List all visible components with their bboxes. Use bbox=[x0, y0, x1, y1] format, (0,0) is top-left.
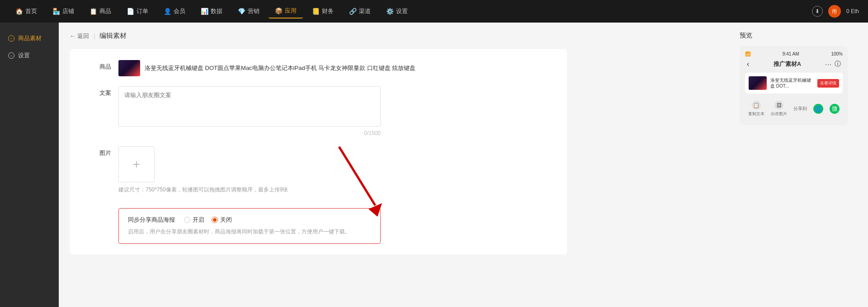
nav-marketing[interactable]: 💎 营销 bbox=[231, 5, 266, 18]
nav-right: ⬇ 用 0 Eth bbox=[812, 5, 859, 18]
top-nav: 🏠 首页 🏪 店铺 📋 商品 📄 订单 👤 会员 📊 数据 💎 营销 📦 bbox=[0, 0, 868, 23]
phone-info-icon[interactable]: ⓘ bbox=[835, 60, 841, 68]
poster-content: 同步分享商品海报 开启 关闭 bbox=[118, 204, 552, 244]
settings-sidebar-icon: ○ bbox=[8, 52, 14, 59]
phone-action-share: 分享到 bbox=[793, 106, 807, 112]
radio-open-circle bbox=[184, 217, 190, 223]
preview-title: 预览 bbox=[740, 32, 861, 40]
radio-close[interactable]: 关闭 bbox=[212, 216, 232, 224]
image-upload-button[interactable]: + bbox=[118, 146, 155, 182]
member-icon: 👤 bbox=[164, 8, 171, 15]
settings-nav-icon: ⚙️ bbox=[386, 8, 394, 15]
phone-signal: 📶 bbox=[745, 51, 750, 56]
share-label: 分享到 bbox=[793, 106, 807, 112]
phone-action-wechat[interactable]: 🌀 bbox=[813, 104, 823, 114]
home-icon: 🏠 bbox=[15, 8, 23, 15]
goods-icon: 📋 bbox=[90, 8, 97, 15]
phone-back-icon[interactable]: ‹ bbox=[747, 60, 749, 68]
nav-data[interactable]: 📊 数据 bbox=[194, 5, 229, 18]
nav-finance[interactable]: 📒 财务 bbox=[306, 5, 340, 18]
plus-icon: + bbox=[133, 157, 140, 172]
phone-battery: 100% bbox=[831, 51, 843, 56]
nav-goods[interactable]: 📋 商品 bbox=[83, 5, 118, 18]
poster-label: 同步分享商品海报 bbox=[128, 216, 175, 224]
finance-icon: 📒 bbox=[312, 8, 320, 15]
nav-app[interactable]: 📦 应用 bbox=[269, 4, 303, 19]
phone-menu-dots[interactable]: ··· bbox=[825, 60, 832, 68]
content-area: ← 返回 | 编辑素材 商品 洛斐无线蓝牙机械键盘 DOT圆点苹果Mac电脑办公… bbox=[59, 23, 732, 307]
copy-row: 文案 0/1500 bbox=[84, 86, 552, 136]
nav-settings[interactable]: ⚙️ 设置 bbox=[380, 5, 414, 18]
back-button[interactable]: ← 返回 bbox=[70, 32, 89, 40]
materials-icon: ○ bbox=[8, 35, 14, 42]
product-row: 商品 洛斐无线蓝牙机械键盘 DOT圆点苹果Mac电脑办公笔记本iPad手机 马卡… bbox=[84, 60, 552, 76]
download-button[interactable]: ⬇ bbox=[812, 6, 823, 17]
char-count: 0/1500 bbox=[118, 130, 381, 136]
poster-header: 同步分享商品海报 开启 关闭 bbox=[128, 216, 371, 224]
copy-text-icon: 📋 bbox=[752, 101, 761, 110]
user-eth: 0 Eth bbox=[846, 8, 859, 14]
phone-buy-button[interactable]: 在看详情 bbox=[817, 79, 839, 88]
app-icon: 📦 bbox=[275, 7, 283, 14]
preview-panel: 预览 📶 9:41 AM 100% ‹ 推广素材A ··· ⓘ 洛斐无线蓝牙机械 bbox=[732, 23, 868, 307]
wechat-moments-icon: 🌀 bbox=[813, 104, 823, 114]
poster-section: 同步分享商品海报 开启 关闭 bbox=[118, 208, 381, 244]
copy-label: 文案 bbox=[84, 86, 111, 97]
radio-close-circle bbox=[212, 217, 218, 223]
poster-row: 同步分享商品海报 开启 关闭 bbox=[84, 204, 552, 244]
phone-status-bar: 📶 9:41 AM 100% bbox=[745, 51, 843, 56]
phone-action-save[interactable]: 🖼 出存图片 bbox=[771, 101, 787, 117]
nav-items: 🏠 首页 🏪 店铺 📋 商品 📄 订单 👤 会员 📊 数据 💎 营销 📦 bbox=[9, 4, 812, 19]
wechat-icon: 微 bbox=[830, 104, 840, 114]
nav-channel[interactable]: 🔗 渠道 bbox=[343, 5, 377, 18]
page-header: ← 返回 | 编辑素材 bbox=[70, 32, 722, 40]
phone-product-image bbox=[749, 76, 767, 90]
image-hint: 建议尺寸：750*750像素，轮播图可以拖拽图片调整顺序，最多上传9张 bbox=[118, 186, 552, 194]
avatar[interactable]: 用 bbox=[828, 5, 841, 18]
product-content: 洛斐无线蓝牙机械键盘 DOT圆点苹果Mac电脑办公笔记本iPad手机 马卡龙女神… bbox=[118, 60, 552, 76]
marketing-icon: 💎 bbox=[238, 8, 245, 15]
order-icon: 📄 bbox=[127, 8, 134, 15]
form-card: 商品 洛斐无线蓝牙机械键盘 DOT圆点苹果Mac电脑办公笔记本iPad手机 马卡… bbox=[70, 49, 567, 255]
product-info: 洛斐无线蓝牙机械键盘 DOT圆点苹果Mac电脑办公笔记本iPad手机 马卡龙女神… bbox=[118, 60, 552, 76]
phone-action-copy[interactable]: 📋 复制文本 bbox=[748, 101, 764, 117]
phone-page-title: 推广素材A bbox=[774, 60, 801, 68]
image-label: 图片 bbox=[84, 146, 111, 157]
product-image-inner bbox=[118, 60, 140, 76]
phone-header: ‹ 推广素材A ··· ⓘ bbox=[745, 60, 843, 68]
main-content: ← 返回 | 编辑素材 商品 洛斐无线蓝牙机械键盘 DOT圆点苹果Mac电脑办公… bbox=[59, 23, 868, 307]
phone-actions: 📋 复制文本 🖼 出存图片 分享到 🌀 微 bbox=[745, 98, 843, 120]
sidebar: ○ 商品素材 ○ 设置 bbox=[0, 23, 59, 307]
copy-content: 0/1500 bbox=[118, 86, 552, 136]
product-label: 商品 bbox=[84, 60, 111, 71]
radio-open[interactable]: 开启 bbox=[184, 216, 204, 224]
page-title: 编辑素材 bbox=[99, 32, 127, 40]
back-arrow-icon: ← bbox=[70, 33, 75, 39]
product-name: 洛斐无线蓝牙机械键盘 DOT圆点苹果Mac电脑办公笔记本iPad手机 马卡龙女神… bbox=[145, 64, 415, 72]
store-icon: 🏪 bbox=[52, 8, 60, 15]
copy-textarea[interactable] bbox=[118, 86, 381, 127]
phone-menu: ··· ⓘ bbox=[825, 60, 841, 68]
phone-time: 9:41 AM bbox=[783, 51, 799, 56]
nav-member[interactable]: 👤 会员 bbox=[157, 5, 192, 18]
nav-home[interactable]: 🏠 首页 bbox=[9, 5, 43, 18]
phone-mockup: 📶 9:41 AM 100% ‹ 推广素材A ··· ⓘ 洛斐无线蓝牙机械键盘 … bbox=[740, 46, 848, 125]
phone-action-wechat-friend[interactable]: 微 bbox=[830, 104, 840, 114]
radio-group: 开启 关闭 bbox=[184, 216, 232, 224]
image-content: + 建议尺寸：750*750像素，轮播图可以拖拽图片调整顺序，最多上传9张 bbox=[118, 146, 552, 194]
poster-spacer bbox=[84, 204, 111, 206]
phone-product-name: 洛斐无线蓝牙机械键盘 DOT... bbox=[770, 77, 814, 89]
product-image bbox=[118, 60, 140, 76]
nav-store[interactable]: 🏪 店铺 bbox=[46, 5, 80, 18]
phone-product-card: 洛斐无线蓝牙机械键盘 DOT... 在看详情 bbox=[745, 73, 843, 93]
separator: | bbox=[94, 33, 95, 39]
poster-description: 启用后，用户在分享朋友圈素材时，商品海报将同时加载于第一张位置，方便用户一键下载… bbox=[128, 228, 371, 236]
nav-order[interactable]: 📄 订单 bbox=[120, 5, 155, 18]
sidebar-item-settings[interactable]: ○ 设置 bbox=[0, 47, 59, 64]
sidebar-item-materials[interactable]: ○ 商品素材 bbox=[0, 30, 59, 47]
channel-icon: 🔗 bbox=[349, 8, 357, 15]
image-row: 图片 + 建议尺寸：750*750像素，轮播图可以拖拽图片调整顺序，最多上传9张 bbox=[84, 146, 552, 194]
save-image-icon: 🖼 bbox=[774, 101, 783, 110]
data-icon: 📊 bbox=[201, 8, 208, 15]
